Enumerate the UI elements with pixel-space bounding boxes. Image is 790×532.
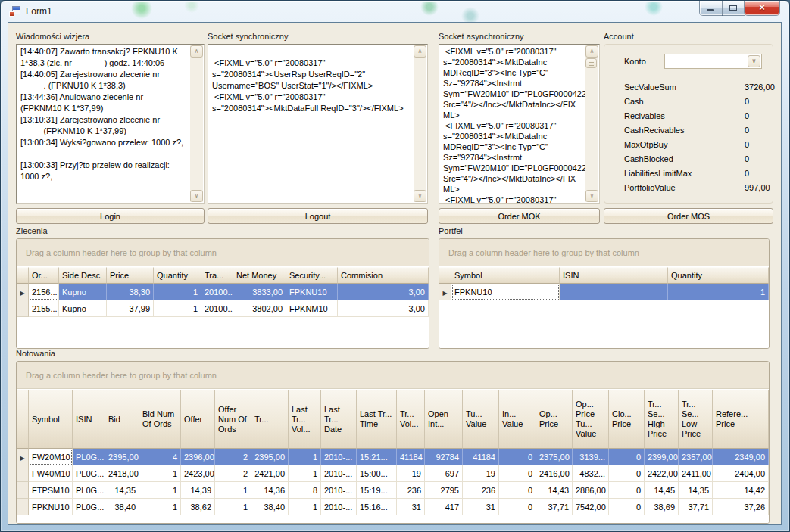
column-header[interactable]: Security... [286, 267, 338, 284]
grid-cell[interactable]: 15:19... [357, 482, 397, 499]
grid-cell[interactable]: 697 [425, 465, 463, 482]
grid-cell[interactable]: 19 [463, 465, 499, 482]
grid-cell[interactable]: 1 [139, 465, 181, 482]
column-header[interactable]: Op... Price Tu... Value [573, 390, 609, 449]
grid-cell[interactable]: 14,35 [679, 482, 713, 499]
scrollbar-track[interactable] [190, 58, 203, 189]
grid-cell[interactable]: 3,00 [338, 284, 429, 300]
grid-cell[interactable]: PL0G... [73, 499, 105, 515]
column-header[interactable]: Tr... Se... High Price [645, 390, 679, 449]
scrollbar-thumb[interactable] [585, 58, 597, 68]
grid-cell[interactable]: 2404,00 [713, 465, 769, 482]
grid-cell[interactable]: 14,36 [251, 482, 289, 499]
grid-cell[interactable]: 1 [289, 465, 321, 482]
grid-cell[interactable]: 0 [499, 449, 536, 465]
grid-cell[interactable]: 37,71 [536, 499, 573, 515]
grid-cell[interactable]: 1 [289, 449, 321, 465]
grid-cell[interactable]: 14,45 [645, 482, 679, 499]
scrollbar-up-button[interactable]: ∧ [585, 45, 598, 58]
grid-cell[interactable]: 8 [289, 482, 321, 499]
grid-cell[interactable]: 2357,00 [679, 449, 713, 465]
scrollbar-down-button[interactable]: ∨ [585, 190, 598, 202]
grid-cell[interactable]: 2399,00 [645, 449, 679, 465]
grid-cell[interactable]: 38,62 [181, 499, 215, 515]
column-header[interactable]: Tr... [251, 390, 289, 449]
grid-cell[interactable]: 0 [499, 465, 536, 482]
grid-cell[interactable]: 14,43 [536, 482, 573, 499]
column-header[interactable]: Or... [29, 267, 59, 284]
grid-cell[interactable]: 3802,00 [233, 300, 286, 317]
grid-cell[interactable]: 15:21... [357, 449, 397, 465]
grid-cell[interactable]: 37,71 [679, 499, 713, 515]
column-header[interactable]: Tu... Value [463, 390, 499, 449]
column-header[interactable]: Last Tr... Time [357, 390, 397, 449]
grid-cell[interactable]: 3833,00 [233, 284, 286, 300]
grid-cell[interactable]: 2423,00 [181, 465, 215, 482]
grid-cell[interactable]: 2395,00 [251, 449, 289, 465]
row-indicator[interactable]: ▶ [17, 284, 29, 300]
grid-cell[interactable]: 2349,00 [713, 449, 769, 465]
grid-cell[interactable]: 236 [397, 482, 425, 499]
grid-cell[interactable]: 1 [139, 499, 181, 515]
grid-cell[interactable]: 0 [499, 499, 536, 515]
column-header[interactable]: Quantity [154, 267, 201, 284]
column-header[interactable]: Offer [181, 390, 215, 449]
grid-cell[interactable]: 1 [668, 284, 769, 300]
column-header[interactable]: Bid [105, 390, 139, 449]
grid-cell[interactable]: 2886,00 [573, 482, 609, 499]
grid-cell[interactable]: 37,99 [107, 300, 154, 317]
grid-cell[interactable]: Kupno [59, 300, 107, 317]
scrollbar-up-button[interactable]: ∧ [190, 45, 203, 58]
grid-cell[interactable]: FTPSM10 [29, 482, 73, 499]
grid-cell[interactable] [560, 284, 668, 300]
column-header[interactable]: Quantity [668, 267, 769, 284]
grid-cell[interactable]: 2155... [29, 300, 59, 317]
socket-async-textarea[interactable]: <FIXML v="5.0" r="20080317" s="20080314"… [439, 44, 600, 204]
login-button[interactable]: Login [16, 208, 205, 224]
grid-cell[interactable]: PL0G... [73, 465, 105, 482]
grid-cell[interactable]: 1 [215, 482, 251, 499]
column-header[interactable]: Bid Num Of Ords [139, 390, 181, 449]
scrollbar-up-button[interactable]: ∧ [414, 45, 426, 58]
grid-cell[interactable]: FPKNM10 [286, 300, 338, 317]
column-header[interactable]: Op... Price [536, 390, 573, 449]
column-header[interactable]: Tr... Vol... [397, 390, 425, 449]
grid-cell[interactable]: 38,30 [107, 284, 154, 300]
grid-cell[interactable]: 2010-... [321, 499, 357, 515]
grid-cell[interactable]: 2418,00 [105, 465, 139, 482]
grid-cell[interactable]: 2411,00 [679, 465, 713, 482]
grid-cell[interactable]: 1 [289, 499, 321, 515]
grid-cell[interactable]: 4832... [573, 465, 609, 482]
grid-cell[interactable]: 3139... [573, 449, 609, 465]
grid-cell[interactable]: 14,42 [713, 482, 769, 499]
grid-cell[interactable]: 38,40 [105, 499, 139, 515]
grid-cell[interactable]: PL0G... [73, 449, 105, 465]
row-indicator[interactable]: ▶ [17, 449, 29, 465]
grid-cell[interactable]: 2156... [29, 284, 59, 300]
scrollbar-track[interactable] [585, 58, 598, 189]
grid-cell[interactable]: 37,26 [713, 499, 769, 515]
scrollbar-track[interactable] [414, 58, 426, 189]
grid-cell[interactable]: FW20M10 [29, 449, 73, 465]
grid-cell[interactable]: 2010-... [321, 482, 357, 499]
grid-cell[interactable]: PL0G... [73, 482, 105, 499]
column-header[interactable]: ISIN [560, 267, 668, 284]
column-header[interactable]: Clo... Price [609, 390, 645, 449]
grid-cell[interactable]: 2010-... [321, 465, 357, 482]
grid-cell[interactable]: FPKNU10 [451, 284, 560, 300]
column-header[interactable]: Symbol [29, 390, 73, 449]
grid-cell[interactable]: 92784 [425, 449, 463, 465]
scrollbar-down-button[interactable]: ∨ [414, 190, 426, 202]
grid-cell[interactable]: 3,00 [338, 300, 429, 317]
grid-cell[interactable]: 19 [397, 465, 425, 482]
group-by-panel[interactable]: Drag a column header here to group by th… [17, 362, 769, 389]
column-header[interactable]: Symbol [451, 267, 560, 284]
grid-cell[interactable]: 14,39 [181, 482, 215, 499]
grid-cell[interactable]: 2395,00 [105, 449, 139, 465]
order-mos-button[interactable]: Order MOS [604, 208, 773, 224]
order-mok-button[interactable]: Order MOK [439, 208, 600, 224]
grid-cell[interactable]: 0 [499, 482, 536, 499]
column-header[interactable]: Refere... Price [713, 390, 769, 449]
grid-cell[interactable]: 31 [397, 499, 425, 515]
grid-cell[interactable]: 2421,00 [251, 465, 289, 482]
